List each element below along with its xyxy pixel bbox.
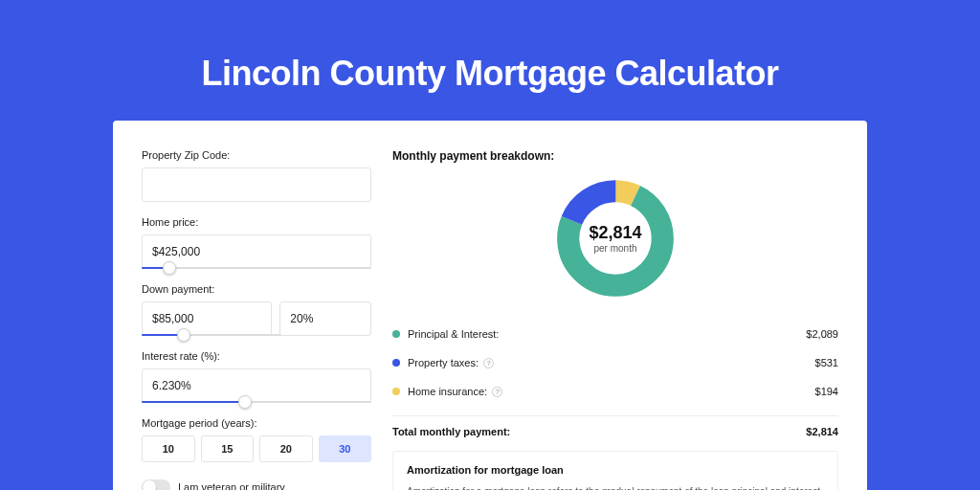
legend-label: Principal & Interest: — [408, 328, 499, 340]
veteran-toggle[interactable] — [142, 479, 170, 490]
amortization-box: Amortization for mortgage loan Amortizat… — [392, 451, 838, 490]
interest-rate-input[interactable] — [142, 368, 371, 403]
period-options: 10152030 — [142, 435, 371, 462]
info-icon[interactable]: ? — [492, 387, 502, 397]
interest-rate-label: Interest rate (%): — [142, 350, 371, 362]
info-icon[interactable]: ? — [483, 358, 494, 368]
legend-row-property_taxes: Property taxes:?$531 — [392, 348, 838, 377]
period-option-10[interactable]: 10 — [142, 435, 195, 462]
legend-dot-icon — [392, 330, 400, 338]
home-price-input[interactable] — [142, 234, 371, 269]
legend-value: $531 — [815, 357, 838, 368]
interest-rate-slider[interactable] — [142, 401, 371, 403]
breakdown-column: Monthly payment breakdown: $2,814 per mo… — [392, 149, 838, 490]
home-price-slider[interactable] — [142, 267, 371, 269]
total-label: Total monthly payment: — [392, 426, 510, 437]
donut-amount: $2,814 — [589, 223, 641, 243]
legend-dot-icon — [392, 359, 400, 367]
period-option-20[interactable]: 20 — [259, 435, 313, 462]
breakdown-title: Monthly payment breakdown: — [392, 149, 838, 163]
down-payment-input[interactable] — [142, 301, 272, 336]
legend-row-principal_interest: Principal & Interest:$2,089 — [392, 320, 838, 348]
veteran-label: I am veteran or military — [178, 481, 285, 490]
donut-chart: $2,814 per month — [553, 176, 678, 301]
legend: Principal & Interest:$2,089Property taxe… — [392, 320, 838, 406]
form-column: Property Zip Code: Home price: Down paym… — [142, 149, 371, 490]
down-payment-label: Down payment: — [142, 283, 371, 295]
home-price-field-group: Home price: — [142, 216, 371, 269]
home-price-label: Home price: — [142, 216, 371, 228]
period-field-group: Mortgage period (years): 10152030 — [142, 417, 371, 462]
down-payment-field-group: Down payment: — [142, 283, 371, 336]
donut-sub: per month — [593, 243, 636, 254]
amortization-title: Amortization for mortgage loan — [407, 464, 824, 476]
interest-rate-slider-fill — [142, 401, 245, 403]
legend-value: $194 — [815, 386, 838, 397]
page-title: Lincoln County Mortgage Calculator — [0, 0, 980, 121]
interest-rate-slider-thumb[interactable] — [238, 395, 252, 409]
veteran-row: I am veteran or military — [142, 479, 371, 490]
down-payment-slider[interactable] — [142, 334, 281, 336]
period-label: Mortgage period (years): — [142, 417, 371, 429]
period-option-30[interactable]: 30 — [319, 435, 372, 462]
period-option-15[interactable]: 15 — [201, 435, 255, 462]
zip-input[interactable] — [142, 167, 371, 202]
zip-label: Property Zip Code: — [142, 149, 371, 161]
legend-total-row: Total monthly payment: $2,814 — [392, 415, 838, 437]
down-payment-slider-thumb[interactable] — [177, 328, 190, 342]
amortization-text: Amortization for a mortgage loan refers … — [407, 485, 824, 490]
donut-center: $2,814 per month — [553, 176, 678, 301]
legend-label: Property taxes: — [408, 357, 479, 368]
legend-row-home_insurance: Home insurance:?$194 — [392, 377, 838, 406]
zip-field-group: Property Zip Code: — [142, 149, 371, 202]
calculator-panel: Property Zip Code: Home price: Down paym… — [113, 121, 867, 490]
legend-value: $2,089 — [806, 328, 838, 340]
home-price-slider-thumb[interactable] — [163, 261, 176, 275]
down-payment-pct-input[interactable] — [279, 301, 371, 336]
interest-rate-field-group: Interest rate (%): — [142, 350, 371, 403]
total-value: $2,814 — [806, 426, 838, 437]
legend-label: Home insurance: — [408, 386, 487, 397]
veteran-toggle-knob — [143, 480, 156, 490]
legend-dot-icon — [392, 388, 400, 395]
